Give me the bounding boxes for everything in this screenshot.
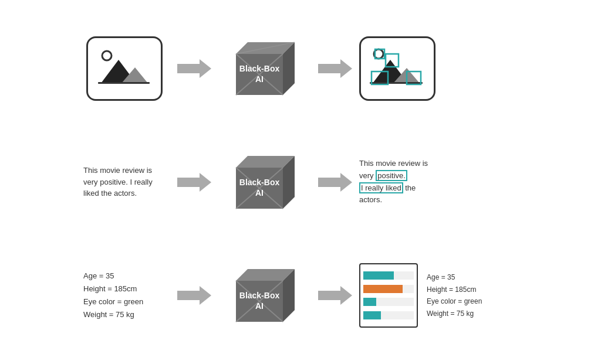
output-text-actors: actors.: [359, 195, 382, 204]
svg-marker-30: [318, 173, 352, 192]
output-text-very: very: [359, 171, 376, 180]
svg-text:AI: AI: [255, 188, 264, 198]
bar-fill-3: [363, 298, 376, 306]
svg-text:AI: AI: [255, 74, 264, 84]
output-text-highlighted: This movie review is very positive. I re…: [359, 158, 447, 206]
text-input-section: This movie review is very positive. I re…: [77, 165, 171, 199]
blackbox-row1: Black-Box AI: [218, 33, 312, 104]
data-line-age: Age = 35: [83, 270, 166, 283]
data-line-height: Height = 185cm: [83, 283, 166, 295]
output-text-i: I really liked the: [359, 182, 416, 193]
bar-chart: [359, 263, 418, 328]
row-text: This movie review is very positive. I re…: [18, 125, 583, 239]
svg-rect-3: [98, 82, 150, 84]
bar-row-1: [363, 271, 414, 280]
svg-marker-22: [177, 173, 211, 192]
svg-point-0: [102, 51, 112, 60]
arrow2-row1: [312, 57, 359, 80]
image-icon: [86, 36, 163, 101]
input-data-block: Age = 35 Height = 185cm Eye color = gree…: [83, 270, 166, 321]
data-line-weight: Weight = 75 kg: [83, 308, 166, 321]
svg-marker-13: [318, 59, 352, 78]
row-data: Age = 35 Height = 185cm Eye color = gree…: [18, 239, 583, 352]
data-input-section: Age = 35 Height = 185cm Eye color = gree…: [77, 270, 171, 321]
output-text-positive-highlight: positive.: [376, 170, 407, 181]
output-image-highlighted: [359, 36, 435, 101]
arrow1-row1: [171, 57, 218, 80]
svg-text:Black-Box: Black-Box: [239, 64, 280, 73]
bar-fill-1: [363, 271, 394, 280]
blackbox-row2: Black-Box AI: [218, 147, 312, 217]
output-data-eyecolor: Eye color = green: [427, 295, 482, 307]
output-text-section: This movie review is very positive. I re…: [359, 158, 524, 206]
svg-marker-39: [318, 286, 352, 305]
svg-rect-17: [370, 82, 423, 84]
arrow1-row3: [171, 284, 218, 307]
input-text: This movie review is very positive. I re…: [83, 166, 153, 198]
arrow1-row2: [171, 171, 218, 194]
output-data-weight: Weight = 75 kg: [427, 308, 482, 319]
svg-text:AI: AI: [255, 301, 264, 311]
bar-fill-4: [363, 311, 381, 319]
svg-text:Black-Box: Black-Box: [239, 291, 280, 300]
image-input-section: [77, 36, 171, 101]
arrow2-row3: [312, 284, 359, 307]
output-data-labels: Age = 35 Height = 185cm Eye color = gree…: [427, 271, 482, 319]
output-image-section: [359, 36, 524, 101]
bar-row-4: [363, 311, 414, 319]
blackbox-row3: Black-Box AI: [218, 260, 312, 331]
main-container: Black-Box AI: [0, 0, 601, 364]
bar-row-3: [363, 298, 414, 306]
bar-fill-2: [363, 285, 403, 293]
output-text-really-liked-highlight: I really liked: [359, 182, 403, 193]
svg-marker-4: [177, 59, 211, 78]
data-line-eyecolor: Eye color = green: [83, 295, 166, 308]
svg-text:Black-Box: Black-Box: [239, 178, 280, 187]
output-data-section: Age = 35 Height = 185cm Eye color = gree…: [359, 263, 524, 328]
output-text-line1: This movie review is: [359, 159, 428, 168]
arrow2-row2: [312, 171, 359, 194]
input-text-block: This movie review is very positive. I re…: [83, 165, 166, 199]
svg-marker-31: [177, 286, 211, 305]
output-data-age: Age = 35: [427, 271, 482, 283]
output-data-height: Height = 185cm: [427, 284, 482, 295]
bar-row-2: [363, 285, 414, 293]
row-image: Black-Box AI: [18, 12, 583, 125]
